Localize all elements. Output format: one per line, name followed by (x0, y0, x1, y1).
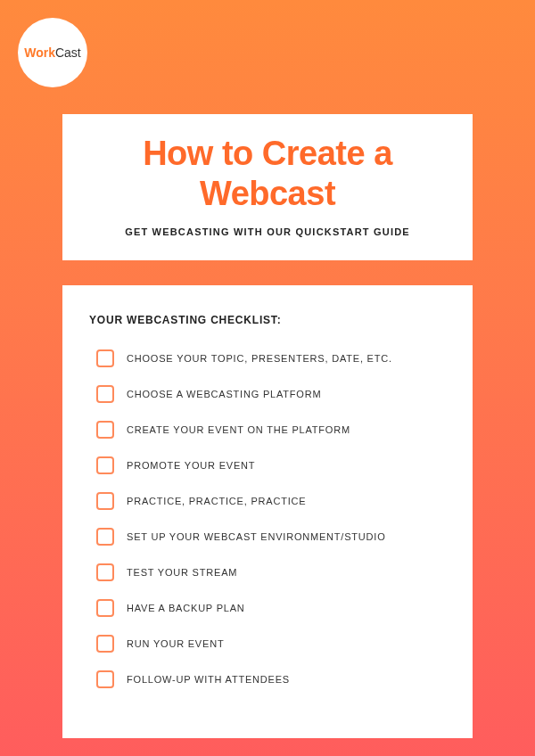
page-subtitle: GET WEBCASTING WITH OUR QUICKSTART GUIDE (78, 226, 457, 237)
checklist-item-label: CHOOSE YOUR TOPIC, PRESENTERS, DATE, ETC… (127, 353, 392, 364)
checklist-item-label: RUN YOUR EVENT (127, 638, 224, 649)
checkbox-icon[interactable] (96, 670, 114, 688)
checklist-item: CHOOSE YOUR TOPIC, PRESENTERS, DATE, ETC… (96, 349, 446, 367)
checklist-item: CREATE YOUR EVENT ON THE PLATFORM (96, 421, 446, 439)
checkbox-icon[interactable] (96, 421, 114, 439)
checkbox-icon[interactable] (96, 635, 114, 653)
checkbox-icon[interactable] (96, 492, 114, 510)
checklist-item-label: SET UP YOUR WEBCAST ENVIRONMENT/STUDIO (127, 531, 386, 542)
checkbox-icon[interactable] (96, 385, 114, 403)
checkbox-icon[interactable] (96, 528, 114, 546)
checkbox-icon[interactable] (96, 599, 114, 617)
checklist-item-label: CHOOSE A WEBCASTING PLATFORM (127, 389, 321, 399)
checklist-item-label: FOLLOW-UP WITH ATTENDEES (127, 674, 290, 685)
checklist-item-label: CREATE YOUR EVENT ON THE PLATFORM (127, 424, 350, 435)
checklist: CHOOSE YOUR TOPIC, PRESENTERS, DATE, ETC… (89, 349, 446, 688)
page-title: How to Create a Webcast (78, 134, 457, 214)
checklist-item: FOLLOW-UP WITH ATTENDEES (96, 670, 446, 688)
checklist-item-label: HAVE A BACKUP PLAN (127, 603, 245, 613)
checklist-item: CHOOSE A WEBCASTING PLATFORM (96, 385, 446, 403)
logo-text-work: Work (24, 45, 55, 60)
checklist-item-label: PROMOTE YOUR EVENT (127, 460, 255, 471)
checkbox-icon[interactable] (96, 349, 114, 367)
checklist-heading: YOUR WEBCASTING CHECKLIST: (89, 314, 446, 326)
checklist-item: SET UP YOUR WEBCAST ENVIRONMENT/STUDIO (96, 528, 446, 546)
logo: WorkCast (18, 18, 87, 87)
checklist-item: PROMOTE YOUR EVENT (96, 456, 446, 474)
checklist-item: TEST YOUR STREAM (96, 563, 446, 581)
logo-text-cast: Cast (55, 45, 81, 60)
title-card: How to Create a Webcast GET WEBCASTING W… (62, 114, 473, 260)
checklist-item: PRACTICE, PRACTICE, PRACTICE (96, 492, 446, 510)
checklist-item-label: TEST YOUR STREAM (127, 567, 237, 578)
checkbox-icon[interactable] (96, 563, 114, 581)
checklist-card: YOUR WEBCASTING CHECKLIST: CHOOSE YOUR T… (62, 285, 473, 738)
checklist-item: HAVE A BACKUP PLAN (96, 599, 446, 617)
checkbox-icon[interactable] (96, 456, 114, 474)
checklist-item-label: PRACTICE, PRACTICE, PRACTICE (127, 496, 306, 506)
checklist-item: RUN YOUR EVENT (96, 635, 446, 653)
